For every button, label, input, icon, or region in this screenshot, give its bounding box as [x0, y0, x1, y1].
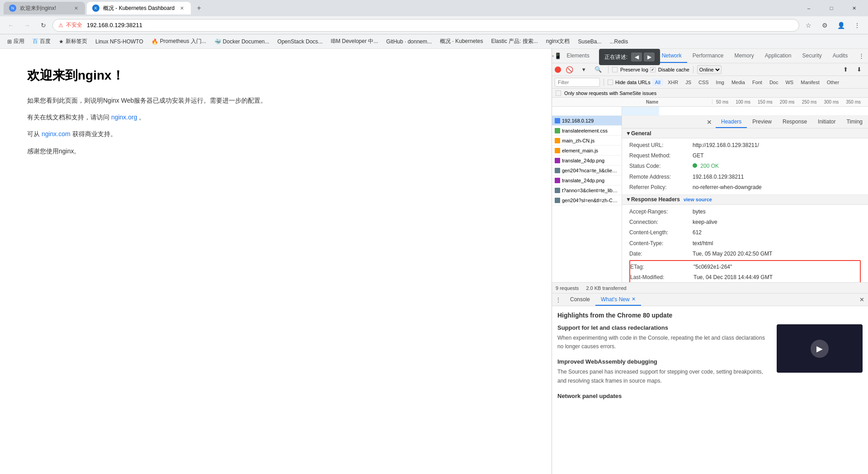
bookmark-apps[interactable]: ⊞ 应用 [4, 36, 28, 47]
bookmark-github[interactable]: GitHub · donnem... [382, 36, 435, 47]
devtools-device-btn[interactable]: 📱 [554, 50, 561, 62]
same-site-text: Only show requests with SameSite issues [564, 90, 656, 96]
headers-tab-response[interactable]: Response [777, 116, 812, 128]
bookmark-redis[interactable]: ...Redis [606, 36, 632, 47]
tab-2[interactable]: K 概况 - Kubernetes Dashboard ✕ [87, 2, 191, 14]
close-drawer-btn[interactable]: ✕ [856, 294, 868, 306]
devtools-more-btn[interactable]: ⋮ [855, 50, 868, 62]
filter-all[interactable]: All [652, 79, 663, 86]
headers-tab-preview[interactable]: Preview [747, 116, 777, 128]
nginx-org-link[interactable]: nginx.org [111, 114, 137, 121]
bookmark-elastic[interactable]: Elastic 产品: 搜索... [487, 36, 541, 47]
tab-2-close[interactable]: ✕ [178, 5, 185, 12]
request-item-0[interactable]: 192.168.0.129 [552, 116, 622, 126]
bookmark-newtab[interactable]: ★ 新标签页 [55, 36, 91, 47]
tooltip-arrows: ◀ ▶ [631, 52, 655, 62]
bookmark-k8s[interactable]: 概况 · Kubernetes [436, 36, 486, 47]
filter-media[interactable]: Media [729, 79, 748, 86]
tab-memory[interactable]: Memory [729, 49, 759, 63]
maximize-button[interactable]: □ [821, 1, 842, 15]
response-headers-content: Accept-Ranges: bytes Connection: keep-al… [622, 205, 868, 282]
bookmark-nginx-docs[interactable]: nginx文档 [542, 36, 574, 47]
request-item-3[interactable]: element_main.js [552, 146, 622, 156]
page-para4: 感谢您使用nginx。 [27, 146, 524, 157]
disable-cache-label[interactable]: Disable cache [650, 67, 689, 72]
filter-js[interactable]: JS [683, 79, 694, 86]
drawer-tab-console[interactable]: Console [565, 294, 595, 306]
tooltip-next[interactable]: ▶ [644, 52, 655, 62]
filter-ws[interactable]: WS [783, 79, 796, 86]
back-button[interactable]: ← [4, 18, 18, 33]
tab-audits[interactable]: Audits [827, 49, 853, 63]
tab-1-close[interactable]: ✕ [72, 5, 80, 12]
online-select[interactable]: Online Offline [697, 65, 722, 74]
tab-security[interactable]: Security [797, 49, 827, 63]
new-tab-button[interactable]: + [193, 2, 205, 14]
bookmark-nfs[interactable]: Linux NFS-HOWTO [92, 36, 147, 47]
tooltip-prev[interactable]: ◀ [631, 52, 642, 62]
filter-xhr[interactable]: XHR [665, 79, 681, 86]
nginx-com-link[interactable]: nginx.com [42, 130, 71, 137]
clear-button[interactable]: 🚫 [563, 63, 576, 76]
filter-other[interactable]: Other [824, 79, 842, 86]
headers-tab-initiator[interactable]: Initiator [812, 116, 841, 128]
same-site-cb[interactable] [556, 90, 561, 96]
reload-button[interactable]: ↻ [36, 18, 51, 33]
tab-elements[interactable]: Elements [561, 49, 595, 63]
waterfall-bar [622, 107, 868, 115]
request-item-8[interactable]: gen204?sl=en&tl=zh-CN&tex... [552, 195, 622, 205]
bookmark-button[interactable]: ☆ [801, 18, 816, 33]
same-site-label[interactable]: Only show requests with SameSite issues [556, 90, 656, 96]
filter-input[interactable] [555, 78, 600, 87]
bookmark-baidu[interactable]: 百 百度 [29, 36, 54, 47]
minimize-button[interactable]: – [798, 1, 819, 15]
drawer-menu-btn[interactable]: ⋮ [552, 294, 565, 306]
import-btn[interactable]: ⬆ [839, 63, 852, 76]
record-button[interactable] [555, 66, 561, 73]
menu-button[interactable]: ⋮ [850, 18, 864, 33]
headers-tab-headers[interactable]: Headers [716, 116, 747, 128]
close-panel-btn[interactable]: ✕ [703, 116, 716, 128]
bookmark-prometheus[interactable]: 🔥 Prometheus 入门... [148, 36, 210, 47]
close-button[interactable]: ✕ [844, 1, 864, 15]
general-section-header[interactable]: ▼ General [622, 128, 868, 138]
video-thumbnail[interactable]: ▶ [777, 324, 863, 373]
export-btn[interactable]: ⬇ [853, 63, 865, 76]
request-item-6[interactable]: translate_24dp.png [552, 175, 622, 185]
filter-img[interactable]: Img [713, 79, 727, 86]
hide-data-urls-cb[interactable] [608, 80, 613, 85]
request-item-4[interactable]: translate_24dp.png [552, 156, 622, 166]
timeline-marks: 50 ms 100 ms 150 ms 200 ms 250 ms 300 ms… [712, 100, 868, 104]
tab-application[interactable]: Application [760, 49, 797, 63]
play-button[interactable]: ▶ [811, 340, 829, 358]
request-item-1[interactable]: translateelement.css [552, 126, 622, 136]
request-item-2[interactable]: main_zh-CN.js [552, 136, 622, 146]
preserve-log-cb[interactable] [612, 67, 618, 72]
filter-toggle[interactable]: ▾ [577, 63, 590, 76]
tab-1[interactable]: N 欢迎来到nginx! ✕ [4, 2, 85, 14]
response-headers-view-source[interactable]: view source [684, 197, 712, 202]
bookmark-openstack[interactable]: OpenStack Docs... [274, 36, 326, 47]
request-item-5[interactable]: gen204?nca=te_li&client=te_li... [552, 166, 622, 175]
whats-new-close[interactable]: ✕ [632, 296, 636, 302]
extensions-button[interactable]: ⚙ [817, 18, 832, 33]
headers-tab-timing[interactable]: Timing [841, 116, 868, 128]
url-bar[interactable]: ⚠ 不安全 192.168.0.129:38211 [52, 19, 799, 32]
filter-manifest[interactable]: Manifest [798, 79, 822, 86]
preserve-log-label[interactable]: Preserve log [612, 67, 648, 72]
bookmark-suse[interactable]: SuseBa... [574, 36, 605, 47]
filter-font[interactable]: Font [750, 79, 765, 86]
hide-data-urls-label[interactable]: Hide data URLs [608, 80, 651, 85]
bookmark-docker[interactable]: 🐳 Docker Documen... [211, 36, 273, 47]
filter-doc[interactable]: Doc [767, 79, 781, 86]
drawer-tab-whats-new[interactable]: What's New ✕ [595, 294, 641, 306]
bookmark-ibm[interactable]: IBM Developer 中... [327, 36, 382, 47]
tab-network[interactable]: Network [656, 49, 687, 63]
user-button[interactable]: 👤 [834, 18, 848, 33]
response-headers-section-header[interactable]: ▼ Response Headers view source [622, 195, 868, 205]
tab-performance[interactable]: Performance [687, 49, 729, 63]
filter-css[interactable]: CSS [696, 79, 712, 86]
request-item-7[interactable]: t?anno=3&client=te_lib&form... [552, 185, 622, 195]
forward-button[interactable]: → [20, 18, 34, 33]
disable-cache-cb[interactable] [650, 67, 656, 72]
